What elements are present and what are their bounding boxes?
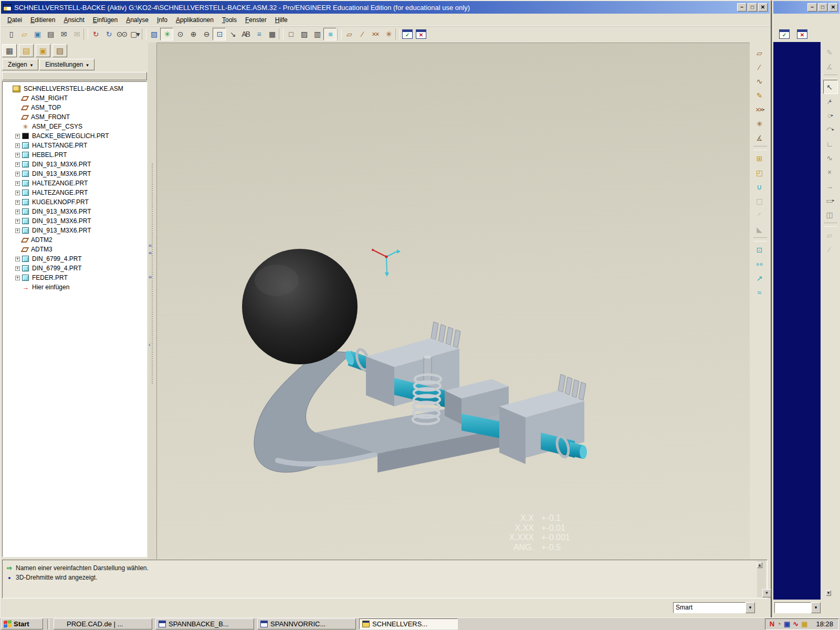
expand-box[interactable] (15, 200, 20, 205)
flexible-component-icon[interactable]: ≈ ▸ (753, 285, 768, 299)
zoom-in-icon[interactable]: ⊕ (186, 28, 200, 40)
3d-viewport[interactable]: X.X +-0.1 X.XX +-0.01 X.XXX +-0.001 ANG.… (156, 43, 750, 559)
curve-tool-icon[interactable]: ∿ ▸ (753, 74, 768, 88)
expand-box[interactable] (15, 266, 20, 271)
search-icon[interactable]: ⊙⊙ (115, 28, 128, 40)
expand-box[interactable] (15, 191, 20, 195)
display-tray-icon[interactable]: ▣ (784, 620, 790, 628)
arc-tool-icon[interactable]: ◠ ▸ (823, 122, 838, 136)
menu-item[interactable]: Datei (3, 15, 26, 25)
new-file-icon[interactable]: ▯ (4, 28, 17, 40)
no-hidden-icon[interactable]: ▥ (310, 28, 323, 40)
expand-box[interactable] (15, 276, 20, 280)
layers-icon[interactable]: ≡ (252, 28, 265, 40)
sketcher-viewport[interactable] (773, 42, 821, 600)
menu-item[interactable]: Einfügen (89, 15, 122, 25)
sketcher-filter-value[interactable] (774, 602, 811, 613)
tree-row[interactable]: FEDER.PRT (3, 273, 146, 282)
save-icon[interactable]: ▣ (30, 28, 44, 40)
tree-row[interactable]: HALTSTANGE.PRT (3, 141, 146, 150)
spin-center-icon[interactable]: ✳ (160, 28, 173, 40)
confirm-window-icon[interactable]: ✓ (402, 29, 413, 39)
title-bar[interactable]: SCHNELLVERSTELL-BACKE (Aktiv) G:\KO2-4\S… (1, 1, 770, 14)
scroll-down-icon[interactable] (826, 590, 831, 596)
expand-box[interactable] (15, 162, 20, 167)
favorites-tab[interactable]: ▣ (36, 44, 50, 57)
modem-tray-icon[interactable]: ∿ (793, 620, 799, 628)
component-operations-icon[interactable]: ⊡ ▸ (753, 243, 768, 257)
folder-browser-tab[interactable]: ▤ (19, 44, 34, 57)
message-scrollbar[interactable] (757, 561, 766, 597)
tree-row[interactable]: ADTM2 (3, 235, 146, 245)
orient-mode-icon[interactable]: ⊙ (173, 28, 186, 40)
tree-row[interactable]: ASM_DEF_CSYS (3, 122, 146, 131)
norton-tray-icon[interactable]: N (770, 620, 774, 628)
regenerate-icon[interactable]: ↻ (89, 28, 102, 40)
menu-item[interactable]: Analyse (122, 15, 153, 25)
scroll-up-icon[interactable] (757, 562, 762, 568)
connections-tab[interactable]: ▨ (52, 44, 67, 57)
menu-item[interactable]: Hilfe (271, 15, 292, 25)
fillet-tool-icon[interactable]: ∟ ▸ (823, 136, 838, 151)
mirror-tool-icon[interactable]: ◫ ▸ (823, 207, 838, 222)
datum-plane-tool-icon[interactable]: ▱ ▸ (753, 46, 768, 60)
redraw-icon[interactable]: ▨ (147, 28, 160, 40)
tree-row[interactable]: KUGELKNOPF.PRT (3, 197, 146, 207)
annotations-icon[interactable]: AB (239, 28, 252, 40)
view-manager-icon[interactable]: ▦ (265, 28, 278, 40)
datum-csys-toggle-icon[interactable]: ✳ (382, 28, 395, 40)
pattern-icon[interactable]: ∘∘ ▸ (753, 257, 768, 271)
collapse-left-icon[interactable]: ‹ (149, 342, 151, 347)
measure-icon[interactable]: ∡ ▸ (753, 131, 768, 145)
spline-tool-icon[interactable]: ∿ ▸ (823, 151, 838, 165)
panel-splitter[interactable]: « « » ‹ (148, 43, 156, 559)
dropdown-arrow-icon[interactable] (811, 602, 821, 613)
sketch-tool-icon[interactable]: ✎ ▸ (753, 88, 768, 102)
minimize-button[interactable] (807, 3, 817, 12)
menu-item[interactable]: Tools (218, 15, 241, 25)
tree-row[interactable]: Hier einfügen (3, 282, 146, 292)
tree-row[interactable]: ADTM3 (3, 245, 146, 254)
confirm-window-icon[interactable]: ✓ (779, 29, 790, 39)
tree-row[interactable]: BACKE_BEWEGLICH.PRT (3, 131, 146, 141)
wireframe-icon[interactable]: □ (284, 28, 297, 40)
datum-planes-toggle-icon[interactable]: ▱ (342, 28, 355, 40)
open-icon[interactable]: ▱ (17, 28, 30, 40)
tree-row[interactable]: DIN_913_M3X6.PRT (3, 216, 146, 226)
tree-row[interactable]: DIN_913_M3X6.PRT (3, 207, 146, 216)
tree-row[interactable]: HALTEZANGE.PRT (3, 188, 146, 197)
tree-row[interactable]: DIN_913_M3X6.PRT (3, 226, 146, 235)
menu-item[interactable]: Ansicht (59, 15, 88, 25)
tree-row[interactable]: DIN_913_M3X6.PRT (3, 160, 146, 169)
shaded-icon[interactable]: ■ (323, 28, 337, 40)
datum-points-toggle-icon[interactable]: ×× (369, 28, 382, 40)
expand-box[interactable] (15, 209, 20, 214)
hidden-line-icon[interactable]: ▨ (297, 28, 310, 40)
datum-point-tool-icon[interactable]: ×× ▸ (753, 102, 768, 117)
tree-row[interactable]: HALTEZANGE.PRT (3, 178, 146, 188)
expand-box[interactable] (15, 181, 20, 186)
tree-row[interactable]: DIN_913_M3X6.PRT (3, 169, 146, 178)
model-tree-tab[interactable]: ▦ (2, 44, 17, 57)
tree-row[interactable]: DIN_6799_4.PRT (3, 254, 146, 264)
task-browser[interactable]: PROE.CAD.de | ... (54, 618, 152, 629)
tree-row[interactable]: ASM_TOP (3, 103, 146, 112)
assemble-icon[interactable]: ⊞ ▸ (753, 151, 768, 165)
show-button[interactable]: Zeigen (2, 59, 38, 70)
print-icon[interactable]: ▤ (44, 28, 57, 40)
close-window-icon[interactable]: ✕ (416, 29, 426, 39)
task-spannbacke[interactable]: SPANNBACKE_B... (155, 618, 254, 629)
task-schnellverstell[interactable]: SCHNELLVERS... (359, 618, 458, 629)
tree-row[interactable]: SCHNELLVERSTELL-BACKE.ASM (3, 84, 146, 93)
selection-filter-value[interactable]: Smart (673, 602, 746, 613)
sketcher-window[interactable]: ✓ ✕ ✎ ▸ ∡ ▸ ▸ ↖ ▸ ∕ (773, 0, 840, 617)
expand-box[interactable] (15, 257, 20, 261)
menu-item[interactable]: Fenster (241, 15, 271, 25)
circle-tool-icon[interactable]: ○ ▸ (823, 108, 838, 122)
rectangle-tool-icon[interactable]: ▭ ▸ (823, 193, 838, 207)
minimize-button[interactable] (737, 3, 747, 12)
collapse-left-icon[interactable]: « (149, 250, 152, 255)
expand-box[interactable] (15, 153, 20, 158)
sketcher-scroll[interactable] (826, 587, 836, 597)
collapse-left-icon[interactable]: « (149, 243, 152, 248)
